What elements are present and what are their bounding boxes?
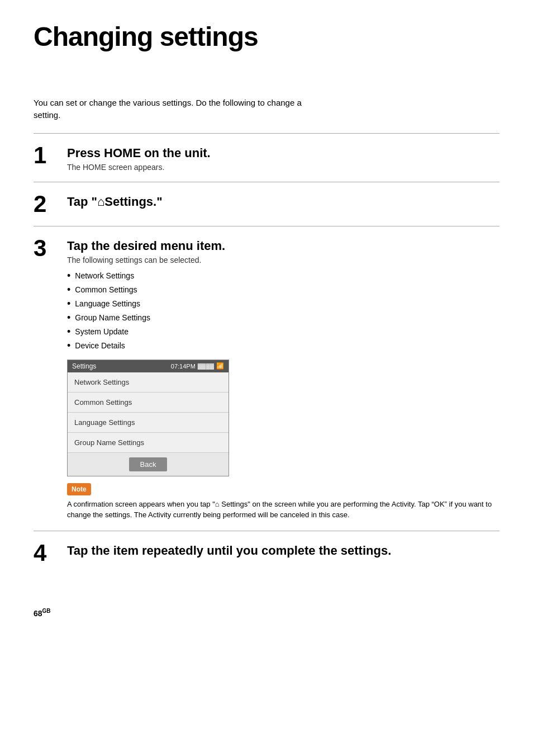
list-item-device-label: Device Details — [75, 341, 125, 350]
device-back-row: Back — [68, 453, 229, 476]
step-1-heading: Press HOME on the unit. — [67, 146, 499, 160]
list-item-group-label: Group Name Settings — [75, 313, 150, 322]
device-back-button[interactable]: Back — [129, 457, 168, 471]
device-screen-inner: Network Settings Common Settings Languag… — [68, 372, 229, 476]
list-item-group: Group Name Settings — [67, 311, 499, 325]
list-item-update-label: System Update — [75, 327, 129, 336]
step-4: 4 Tap the item repeatedly until you comp… — [34, 531, 499, 575]
page-number: 68GB — [34, 609, 51, 618]
page-footer: 68GB — [34, 608, 499, 618]
step-3-heading: Tap the desired menu item. — [67, 239, 499, 253]
settings-list: Network Settings Common Settings Languag… — [67, 269, 499, 353]
step-1-number: 1 — [34, 144, 56, 167]
step-3-content: Tap the desired menu item. The following… — [67, 237, 499, 521]
wifi-icon: 📶 — [216, 362, 224, 370]
step-2-content: Tap "⌂Settings." — [67, 192, 499, 211]
step-4-number: 4 — [34, 541, 56, 565]
step-3: 3 Tap the desired menu item. The followi… — [34, 226, 499, 531]
step-1: 1 Press HOME on the unit. The HOME scree… — [34, 133, 499, 182]
step-2-heading: Tap "⌂Settings." — [67, 195, 499, 209]
device-time: 07:14PM — [171, 363, 196, 370]
device-menu-network[interactable]: Network Settings — [68, 372, 229, 393]
page-title: Changing settings — [34, 22, 499, 52]
note-text: A confirmation screen appears when you t… — [67, 499, 499, 521]
device-screenshot: Settings 07:14PM ▓▓▓▓ 📶 Network Settings… — [67, 360, 229, 476]
step-1-subtext: The HOME screen appears. — [67, 163, 499, 172]
device-header-title: Settings — [72, 362, 96, 370]
device-menu-language[interactable]: Language Settings — [68, 413, 229, 433]
list-item-language-label: Language Settings — [75, 299, 140, 308]
step-2: 2 Tap "⌂Settings." — [34, 182, 499, 226]
note-label: Note — [67, 483, 499, 499]
list-item-network-label: Network Settings — [75, 271, 134, 280]
list-item-common: Common Settings — [67, 283, 499, 297]
list-item-network: Network Settings — [67, 269, 499, 283]
device-status: 07:14PM ▓▓▓▓ 📶 — [171, 362, 224, 370]
device-header: Settings 07:14PM ▓▓▓▓ 📶 — [68, 360, 229, 372]
list-item-language: Language Settings — [67, 297, 499, 311]
intro-text: You can set or change the various settin… — [34, 97, 302, 122]
list-item-common-label: Common Settings — [75, 285, 137, 294]
step-4-heading: Tap the item repeatedly until you comple… — [67, 544, 499, 558]
signal-icon: ▓▓▓▓ — [198, 363, 214, 369]
step-3-subtext: The following settings can be selected. — [67, 256, 499, 264]
device-menu-group[interactable]: Group Name Settings — [68, 433, 229, 453]
list-item-update: System Update — [67, 325, 499, 339]
list-item-device: Device Details — [67, 339, 499, 353]
step-2-number: 2 — [34, 192, 56, 216]
step-4-content: Tap the item repeatedly until you comple… — [67, 541, 499, 558]
step-1-content: Press HOME on the unit. The HOME screen … — [67, 144, 499, 172]
step-3-number: 3 — [34, 237, 56, 260]
note-box: Note A confirmation screen appears when … — [67, 483, 499, 521]
device-menu-common[interactable]: Common Settings — [68, 393, 229, 413]
